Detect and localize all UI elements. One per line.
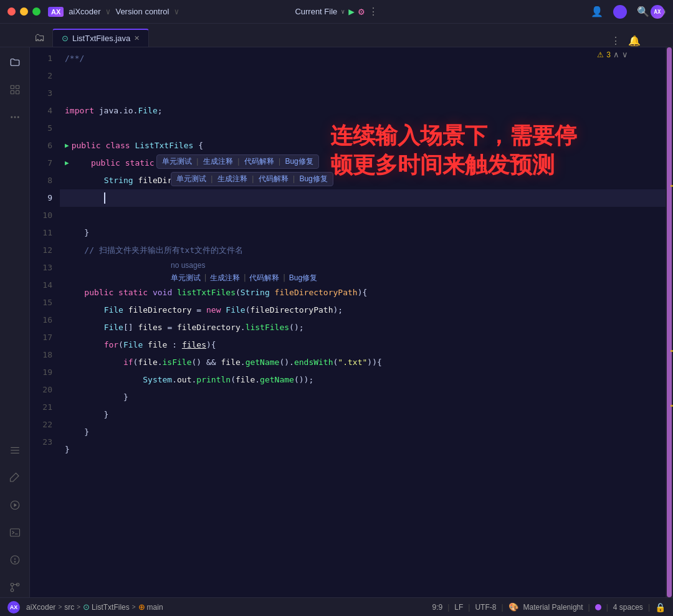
code-line-7: ▶ public static void main(String[] args)… — [60, 154, 666, 172]
status-encoding[interactable]: UTF-8 — [475, 603, 496, 612]
current-file-chevron[interactable]: ∨ — [341, 8, 345, 15]
code-line-1: /**/ — [60, 50, 666, 67]
code-line-2 — [60, 67, 666, 85]
code-line-11: } — [60, 224, 666, 242]
code-line-18: System.out.println(file.getName()); — [60, 371, 666, 389]
status-ax-badge[interactable]: AX — [7, 601, 20, 614]
version-control[interactable]: Version control — [115, 7, 169, 16]
svg-point-16 — [14, 561, 16, 562]
code-line-10 — [60, 207, 666, 224]
breadcrumb-part-2: src — [64, 603, 74, 612]
svg-rect-3 — [16, 91, 19, 94]
sidebar-more-icon[interactable] — [5, 107, 25, 127]
title-bar-left: AX aiXcoder ∨ Version control ∨ — [48, 7, 179, 17]
svg-rect-12 — [10, 529, 19, 536]
svg-marker-11 — [14, 503, 17, 507]
sidebar-git-icon[interactable] — [5, 577, 25, 597]
current-file-label[interactable]: Current File — [295, 7, 337, 16]
scroll-thumb[interactable] — [667, 47, 672, 597]
aixcoder-logo: AX — [48, 7, 64, 17]
app-name: aiXcoder — [69, 7, 100, 16]
folder-tab-icon[interactable]: 🗂 — [34, 31, 45, 44]
svg-rect-0 — [11, 85, 14, 88]
code-line-23 — [60, 458, 666, 476]
svg-rect-2 — [11, 91, 14, 94]
breadcrumb: aiXcoder > src > ⊙ ListTxtFiles > ⊕ main — [26, 602, 163, 612]
main-area: 1 2 3 4 5 6 7 8 9 10 11 12 13 14 15 16 1… — [0, 47, 673, 597]
editor-area[interactable]: 1 2 3 4 5 6 7 8 9 10 11 12 13 14 15 16 1… — [30, 47, 673, 597]
breadcrumb-part-1: aiXcoder — [26, 603, 55, 612]
scroll-marker-2 — [671, 350, 673, 352]
code-line-13: public static void listTxtFiles(String f… — [60, 284, 666, 301]
sidebar-build-icon[interactable] — [5, 468, 25, 488]
tab-listtxtfiles[interactable]: ⊙ ListTxtFiles.java ✕ — [52, 29, 149, 47]
close-button[interactable] — [7, 7, 16, 16]
status-bar: AX aiXcoder > src > ⊙ ListTxtFiles > ⊕ m… — [0, 597, 673, 616]
scroll-marker-1 — [671, 185, 673, 187]
tab-file-icon: ⊙ — [62, 34, 69, 43]
breadcrumb-method: main — [147, 603, 163, 612]
maximize-button[interactable] — [32, 7, 41, 16]
lock-icon[interactable]: 🔒 — [655, 602, 666, 612]
code-line-20: } — [60, 406, 666, 424]
code-line-9[interactable] — [60, 189, 666, 207]
svg-point-19 — [11, 583, 14, 586]
tab-label: ListTxtFiles.java — [72, 34, 130, 43]
code-line-12: // 扫描文件夹并输出所有txt文件的文件名 — [60, 242, 666, 259]
line-numbers: 1 2 3 4 5 6 7 8 9 10 11 12 13 14 15 16 1… — [30, 47, 60, 597]
left-sidebar — [0, 47, 30, 597]
code-action-popup-7[interactable]: 单元测试 | 生成注释 | 代码解释 | Bug修复 — [171, 172, 333, 186]
code-line-16: for(File file : files){ — [60, 336, 666, 354]
minimize-button[interactable] — [20, 7, 28, 16]
svg-rect-1 — [16, 85, 19, 88]
tab-close-button[interactable]: ✕ — [134, 34, 140, 42]
sidebar-terminal-icon[interactable] — [5, 523, 25, 543]
breadcrumb-method-icon: ⊕ — [138, 602, 145, 612]
avatar[interactable] — [613, 5, 627, 19]
svg-point-6 — [17, 116, 19, 118]
code-line-5 — [60, 120, 666, 137]
code-line-17: if(file.isFile() && file.getName().endsW… — [60, 354, 666, 371]
breadcrumb-class: ListTxtFiles — [92, 603, 130, 612]
code-line-19: } — [60, 389, 666, 406]
tab-bar: 🗂 ⊙ ListTxtFiles.java ✕ ⋮ 🔔 — [0, 24, 673, 47]
code-action-popup-6[interactable]: 单元测试 | 生成注释 | 代码解释 | Bug修复 — [156, 154, 319, 169]
traffic-lights — [7, 7, 41, 16]
code-line-4: import java.io.File; — [60, 102, 666, 120]
code-line-15: File[] files = fileDirectory.listFiles()… — [60, 319, 666, 336]
user-icon[interactable]: 👤 — [591, 6, 603, 17]
code-line-21: } — [60, 424, 666, 441]
tab-more-button[interactable]: ⋮ — [606, 35, 626, 47]
vertical-scrollbar[interactable] — [666, 47, 673, 597]
sidebar-structure-icon[interactable] — [5, 80, 25, 100]
status-theme[interactable]: Material Palenight — [523, 603, 583, 612]
code-line-22: } — [60, 441, 666, 458]
sidebar-problems-icon[interactable] — [5, 550, 25, 570]
code-line-3 — [60, 85, 666, 102]
title-bar: AX aiXcoder ∨ Version control ∨ Current … — [0, 0, 673, 24]
status-line-ending[interactable]: LF — [454, 603, 463, 612]
sidebar-list-icon[interactable] — [5, 440, 25, 460]
code-editor[interactable]: ⚠ 3 ∧ ∨ /**/ import java.io.File; ▶ pu — [60, 47, 666, 597]
code-line-6: ▶ public class ListTxtFiles { — [60, 137, 666, 154]
status-position[interactable]: 9:9 — [432, 603, 442, 612]
search-icon[interactable]: 🔍 — [637, 6, 649, 17]
debug-button[interactable]: ⚙ — [358, 6, 365, 17]
no-usages-label: no usages — [60, 259, 666, 272]
notification-bell[interactable]: 🔔 — [626, 35, 643, 47]
sidebar-folder-icon[interactable] — [5, 52, 25, 72]
more-options-button[interactable]: ⋮ — [368, 6, 378, 17]
code-line-14: File fileDirectory = new File(fileDirect… — [60, 301, 666, 319]
svg-point-17 — [11, 589, 14, 592]
title-center: Current File ∨ ▶ ⚙ ⋮ — [295, 6, 378, 17]
run-button[interactable]: ▶ — [348, 6, 355, 17]
ax-badge: AX — [651, 5, 664, 19]
scroll-marker-3 — [671, 405, 673, 407]
status-indent[interactable]: 4 spaces — [613, 603, 643, 612]
svg-point-5 — [14, 116, 16, 118]
status-dot — [595, 604, 601, 610]
breadcrumb-file-icon: ⊙ — [83, 602, 90, 612]
sidebar-run-icon[interactable] — [5, 495, 25, 515]
code-action-popup-12[interactable]: 单元测试 | 生成注释 | 代码解释 | Bug修复 — [60, 272, 666, 284]
code-line-8: String fileDirectoryPath = "/Users/edy/"… — [60, 172, 666, 189]
